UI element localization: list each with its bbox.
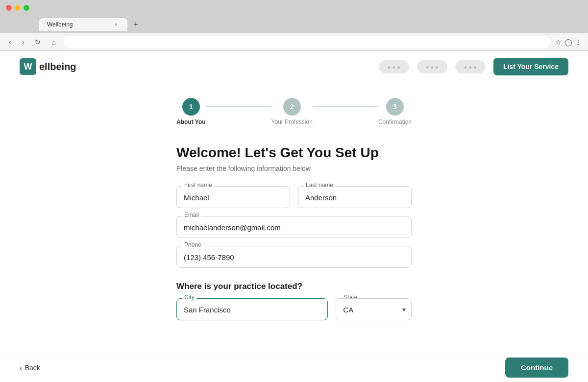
nav-link-2[interactable]: ● ● ● — [417, 60, 447, 73]
city-input[interactable] — [176, 298, 328, 320]
state-group: State CA AL AK AZ AR CO CT DE — [336, 298, 412, 320]
tab-title: Wellbeing — [47, 21, 73, 28]
form-heading: Welcome! Let's Get You Set Up — [176, 145, 412, 161]
step-connector-2 — [313, 106, 378, 107]
nav-link-1[interactable]: ● ● ● — [379, 60, 409, 73]
page: W ellbeing ● ● ● ● ● ● ● ● ● List Your S… — [0, 51, 588, 382]
maximize-window-button[interactable] — [24, 5, 29, 11]
step-3-circle: 3 — [386, 98, 404, 116]
step-2: 2 Your Profession — [271, 98, 313, 125]
phone-row: Phone — [176, 246, 412, 268]
step-3-label: Confirmation — [378, 119, 412, 125]
menu-icon[interactable]: ⋮ — [575, 38, 582, 46]
bookmark-icon[interactable]: ☆ — [555, 38, 562, 46]
city-label: City — [182, 294, 196, 301]
email-label: Email — [182, 212, 201, 218]
tab-close-button[interactable]: × — [113, 21, 120, 28]
back-arrow-icon: ‹ — [20, 364, 22, 372]
browser-actions: ☆ ◯ ⋮ — [555, 38, 582, 46]
step-1-label: About You — [176, 119, 206, 125]
continue-button[interactable]: Continue — [505, 358, 568, 378]
step-1: 1 About You — [176, 98, 206, 125]
stepper: 1 About You 2 Your Profession 3 Confi — [176, 98, 412, 125]
email-input[interactable] — [176, 216, 412, 238]
nav-links: ● ● ● ● ● ● ● ● ● List Your Service — [379, 58, 568, 75]
logo: W ellbeing — [20, 58, 76, 75]
step-connector-1 — [206, 106, 271, 107]
first-name-group: First name — [176, 186, 290, 208]
phone-group: Phone — [176, 246, 412, 268]
nav-link-3[interactable]: ● ● ● — [455, 60, 486, 73]
first-name-input[interactable] — [176, 186, 290, 208]
address-input[interactable] — [64, 36, 550, 48]
form-container: 1 About You 2 Your Profession 3 Confi — [167, 82, 421, 369]
last-name-label: Last name — [304, 182, 335, 189]
logo-icon: W — [20, 58, 36, 75]
step-2-label: Your Profession — [271, 119, 313, 125]
close-window-button[interactable] — [6, 5, 12, 11]
tab-bar: Wellbeing × + — [0, 16, 588, 33]
profile-icon[interactable]: ◯ — [564, 38, 572, 46]
step-1-circle: 1 — [182, 98, 200, 116]
last-name-group: Last name — [298, 186, 412, 208]
new-tab-button[interactable]: + — [129, 20, 143, 30]
home-button[interactable]: ⌂ — [49, 37, 58, 47]
main-content: 1 About You 2 Your Profession 3 Confi — [0, 82, 588, 382]
phone-label: Phone — [182, 241, 203, 248]
navbar: W ellbeing ● ● ● ● ● ● ● ● ● List Your S… — [0, 51, 588, 82]
back-nav-button[interactable]: ‹ — [6, 37, 14, 47]
email-row: Email — [176, 216, 412, 238]
form-subheading: Please enter the following information b… — [176, 165, 412, 172]
minimize-window-button[interactable] — [15, 5, 21, 11]
first-name-label: First name — [182, 182, 214, 189]
back-button[interactable]: ‹ Back — [20, 364, 40, 372]
address-bar: ‹ › ↻ ⌂ ☆ ◯ ⋮ — [0, 33, 588, 51]
back-label: Back — [25, 364, 40, 372]
forward-nav-button[interactable]: › — [19, 37, 27, 47]
city-group: City — [176, 298, 328, 320]
state-select-wrapper: CA AL AK AZ AR CO CT DE FL GA HI — [336, 298, 412, 320]
email-group: Email — [176, 216, 412, 238]
state-select[interactable]: CA AL AK AZ AR CO CT DE FL GA HI — [336, 298, 412, 320]
phone-input[interactable] — [176, 246, 412, 268]
step-3: 3 Confirmation — [378, 98, 412, 125]
reload-button[interactable]: ↻ — [32, 37, 44, 47]
browser-titlebar — [0, 0, 588, 16]
traffic-lights — [6, 5, 29, 11]
logo-letter: W — [24, 62, 32, 72]
last-name-input[interactable] — [298, 186, 412, 208]
list-service-button[interactable]: List Your Service — [493, 58, 568, 75]
footer: ‹ Back Continue — [0, 353, 588, 382]
location-row: City State CA AL AK AZ AR CO — [176, 298, 412, 320]
step-2-circle: 2 — [283, 98, 301, 116]
browser-tab[interactable]: Wellbeing × — [39, 18, 127, 31]
location-section: Where is your practice located? City Sta… — [176, 282, 412, 320]
location-question: Where is your practice located? — [176, 282, 412, 291]
name-row: First name Last name — [176, 186, 412, 208]
logo-text: ellbeing — [39, 61, 76, 72]
